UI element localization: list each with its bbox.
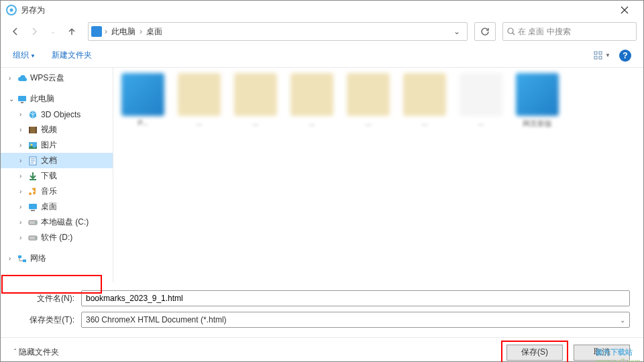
filename-input[interactable] (81, 290, 630, 306)
expand-icon[interactable]: › (19, 234, 28, 241)
sidebar-item-label: 3D Objects (41, 110, 80, 119)
file-label: 网页新版 (514, 119, 561, 129)
sidebar-item-3d[interactable]: ›3D Objects (1, 107, 113, 122)
toolbar: 组织▼ 新建文件夹 ▼ ? (1, 44, 643, 68)
sidebar-item-label: 网络 (30, 253, 46, 264)
recent-dropdown[interactable]: ⌄ (45, 23, 61, 40)
view-mode-button[interactable]: ▼ (590, 49, 614, 62)
filetype-select[interactable]: 360 ChromeX HTML Document (*.html) ⌄ (81, 312, 630, 328)
sidebar-item-label: WPS云盘 (30, 72, 64, 84)
sidebar-item-label: 图片 (41, 139, 57, 151)
file-thumbnail (403, 73, 446, 116)
file-thumbnail (290, 73, 333, 116)
sidebar-item-disk[interactable]: ›软件 (D:) (1, 230, 113, 245)
expand-icon[interactable]: › (19, 172, 28, 180)
sidebar-item-dl[interactable]: ›下载 (1, 168, 113, 184)
expand-icon[interactable]: ⌄ (9, 95, 17, 103)
sidebar-item-video[interactable]: ›视频 (1, 122, 113, 137)
expand-icon[interactable]: › (9, 255, 17, 262)
svg-rect-4 (599, 52, 602, 54)
cancel-button[interactable]: 取消 (574, 345, 630, 361)
sidebar[interactable]: ›WPS云盘⌄此电脑›3D Objects›视频›图片›文档›下载›音乐›桌面›… (1, 68, 113, 282)
svg-rect-7 (18, 96, 26, 101)
file-item[interactable]: 网页新版 (513, 73, 561, 129)
sidebar-item-net[interactable]: ›网络 (1, 251, 113, 266)
sidebar-item-music[interactable]: ›音乐 (1, 184, 113, 199)
chevron-up-icon: ˆ (14, 349, 16, 356)
save-button[interactable]: 保存(S) (506, 345, 563, 361)
file-label: ... (176, 119, 223, 127)
svg-point-18 (35, 222, 36, 223)
svg-rect-16 (31, 210, 35, 211)
sidebar-item-disk[interactable]: ›本地磁盘 (C:) (1, 215, 113, 230)
expand-icon[interactable]: › (19, 111, 28, 118)
expand-icon[interactable]: › (19, 126, 28, 133)
form-area: 文件名(N): 保存类型(T): 360 ChromeX HTML Docume… (1, 282, 643, 337)
svg-point-2 (508, 28, 513, 34)
svg-rect-3 (594, 52, 597, 54)
filetype-label: 保存类型(T): (14, 314, 74, 326)
doc-icon (28, 156, 38, 166)
close-button[interactable] (611, 1, 638, 19)
search-placeholder: 在 桌面 中搜索 (518, 26, 571, 38)
file-thumbnail (516, 73, 559, 116)
sidebar-item-label: 文档 (41, 155, 57, 166)
file-item[interactable]: ... (288, 73, 336, 129)
back-button[interactable] (7, 23, 23, 40)
sidebar-item-pic[interactable]: ›图片 (1, 137, 113, 153)
expand-icon[interactable]: › (19, 219, 28, 226)
expand-icon[interactable]: › (19, 203, 28, 210)
nav-bar: ⌄ › 此电脑 › 桌面 ⌄ 在 桌面 中搜索 (1, 19, 643, 44)
file-item[interactable]: ... (231, 73, 280, 129)
sidebar-item-label: 下载 (41, 170, 57, 182)
save-dialog: 另存为 ⌄ › 此电脑 › 桌面 ⌄ 在 桌面 中搜索 组织▼ 新建文件夹 (0, 0, 644, 362)
file-item[interactable]: ... (344, 73, 392, 129)
sidebar-item-label: 此电脑 (30, 93, 54, 105)
expand-icon[interactable]: › (9, 74, 17, 82)
sidebar-item-label: 软件 (D:) (41, 232, 72, 243)
svg-rect-22 (23, 259, 26, 262)
sidebar-item-doc[interactable]: ›文档 (1, 153, 113, 168)
breadcrumb[interactable]: 此电脑 (107, 26, 140, 38)
new-folder-button[interactable]: 新建文件夹 (52, 50, 92, 61)
footer: ˆ 隐藏文件夹 保存(S) 取消 极光下载站 www.xz7.com (1, 337, 643, 362)
search-input[interactable]: 在 桌面 中搜索 (502, 22, 637, 41)
up-button[interactable] (64, 23, 80, 40)
expand-icon[interactable]: › (19, 157, 28, 164)
svg-rect-11 (36, 127, 37, 133)
disk-icon (28, 233, 38, 243)
file-item[interactable]: ... (457, 73, 505, 129)
file-list[interactable]: P.....................网页新版 (113, 68, 643, 282)
window-title: 另存为 (21, 5, 611, 16)
file-thumbnail (460, 73, 502, 116)
disk-icon (28, 217, 38, 228)
titlebar: 另存为 (1, 1, 643, 19)
file-item[interactable]: P... (119, 73, 167, 129)
breadcrumb[interactable]: 桌面 (142, 26, 166, 38)
file-thumbnail (121, 73, 164, 116)
highlight-overlay: 保存(S) (501, 341, 568, 363)
hide-folders-button[interactable]: ˆ 隐藏文件夹 (14, 347, 59, 358)
svg-rect-21 (18, 255, 21, 258)
expand-icon[interactable]: › (19, 188, 28, 195)
file-item[interactable]: ... (175, 73, 223, 129)
address-dropdown[interactable]: ⌄ (449, 27, 464, 36)
sidebar-item-pc[interactable]: ⌄此电脑 (1, 91, 113, 107)
file-thumbnail (178, 73, 221, 116)
help-button[interactable]: ? (619, 50, 631, 62)
video-icon (28, 125, 38, 135)
sidebar-item-desk[interactable]: ›桌面 (1, 199, 113, 215)
net-icon (17, 253, 28, 264)
sidebar-item-label: 本地磁盘 (C:) (41, 217, 89, 228)
sidebar-item-cloud[interactable]: ›WPS云盘 (1, 70, 113, 86)
organize-button[interactable]: 组织▼ (13, 50, 36, 61)
forward-button[interactable] (26, 23, 42, 40)
file-label: ... (288, 119, 335, 127)
refresh-button[interactable] (474, 22, 496, 41)
cloud-icon (17, 73, 28, 84)
file-label: ... (401, 119, 448, 127)
address-bar[interactable]: › 此电脑 › 桌面 ⌄ (88, 22, 468, 41)
file-item[interactable]: ... (400, 73, 449, 129)
file-label: ... (458, 119, 504, 127)
expand-icon[interactable]: › (19, 141, 28, 149)
